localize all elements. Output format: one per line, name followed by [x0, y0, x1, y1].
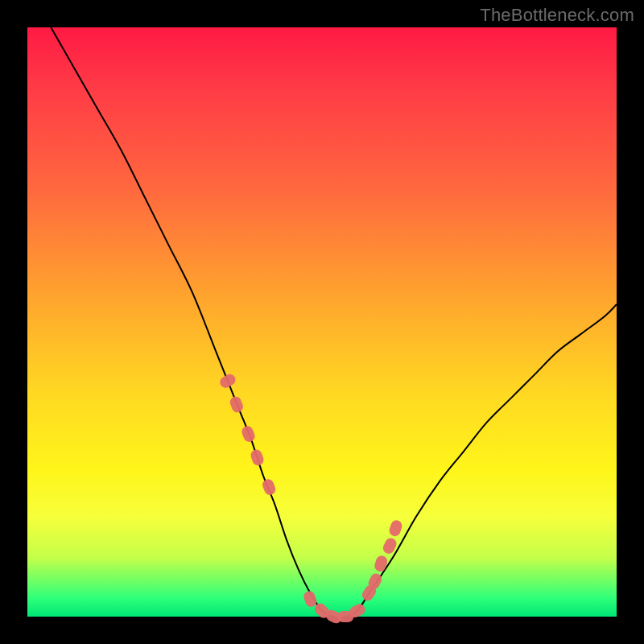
bottleneck-curve	[51, 27, 617, 617]
curve-marker	[249, 448, 265, 468]
curve-marker	[218, 372, 237, 390]
plot-area	[27, 27, 617, 617]
curve-marker	[388, 518, 404, 537]
curve-marker	[373, 554, 389, 572]
marker-group	[218, 372, 404, 625]
chart-svg	[27, 27, 617, 617]
watermark-text: TheBottleneck.com	[480, 5, 634, 26]
curve-marker	[229, 395, 245, 415]
curve-marker	[240, 424, 256, 444]
chart-frame: TheBottleneck.com	[0, 0, 644, 644]
curve-marker	[261, 477, 277, 497]
curve-path	[51, 27, 617, 617]
